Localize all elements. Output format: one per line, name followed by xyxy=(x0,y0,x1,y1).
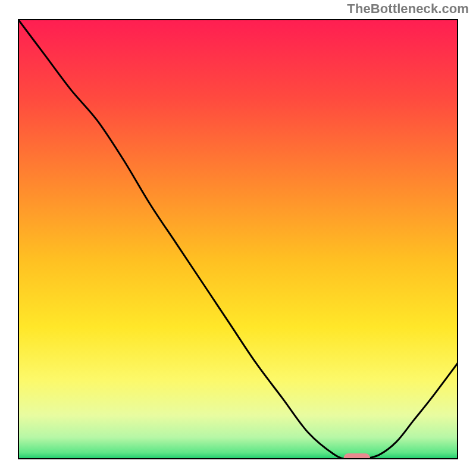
chart-svg xyxy=(18,19,458,459)
gradient-background xyxy=(18,19,458,459)
plot-area xyxy=(18,19,458,459)
watermark-text: TheBottleneck.com xyxy=(347,1,469,17)
chart-stage: TheBottleneck.com xyxy=(0,0,476,476)
